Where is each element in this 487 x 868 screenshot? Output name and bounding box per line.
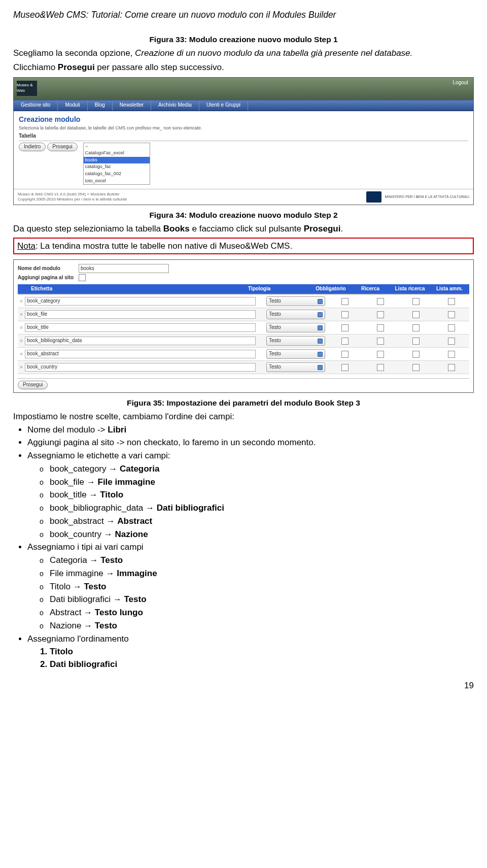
ordered-sub-list: TitoloDati bibliografici [50,646,474,670]
para-1: Scegliamo la seconda opzione, Creazione … [13,48,474,59]
tipologia-select[interactable]: Testo [266,362,325,372]
txt-italic: Creazione di un nuovo modulo da una tabe… [135,48,412,58]
ricerca-checkbox[interactable] [377,364,384,371]
ricerca-checkbox[interactable] [377,338,384,345]
nav-item[interactable]: Moduli [58,101,87,111]
lista-ricerca-checkbox[interactable] [412,311,420,318]
obbligatorio-checkbox[interactable] [341,338,349,345]
prosegui-button[interactable]: Prosegui [47,143,77,151]
figure-caption-33: Figura 33: Modulo creazione nuovo modulo… [13,35,474,45]
tipologia-select[interactable]: Testo [266,323,325,332]
dropdown-option[interactable]: CatalogoFac_excel [84,150,150,157]
sub-list-item: book_category → Categoria [40,463,474,475]
obbligatorio-checkbox[interactable] [341,324,349,331]
col-lista-amm: Lista amm. [430,284,469,294]
banner: Museo & Web Logout [14,78,473,100]
lista-amm-checkbox[interactable] [448,298,455,305]
mibac-text: MINISTERO PER I BENI E LE ATTIVITÀ CULTU… [385,195,469,198]
obbligatorio-checkbox[interactable] [341,364,349,371]
table-row: ≡book_abstractTesto [18,348,469,361]
ricerca-checkbox[interactable] [377,311,384,318]
label-nome: Nome del modulo [18,265,79,272]
prosegui-button[interactable]: Prosegui [18,381,48,389]
dropdown-option[interactable]: catalogo_fac_002 [84,171,150,178]
etichetta-input[interactable]: book_abstract [25,350,256,358]
obbligatorio-checkbox[interactable] [341,351,349,358]
obbligatorio-checkbox[interactable] [341,311,349,318]
sub-list-item: Dati bibliografici → Testo [40,594,474,605]
nav-item[interactable]: Gestione sito [14,101,58,111]
table-row: ≡book_categoryTesto [18,295,469,308]
sub-list: Categoria → TestoFile immagine → Immagin… [40,555,474,631]
lista-ricerca-checkbox[interactable] [412,351,420,358]
footer: Museo & Web CMS v1.4.0 (build 254) + Mod… [14,189,473,205]
button-row: Prosegui [18,378,469,389]
panel-title: Creazione modulo [19,115,468,124]
para-4: Impostiamo le nostre scelte, cambiamo l'… [13,411,474,422]
tipologia-select[interactable]: Testo [266,310,325,319]
page-number: 19 [13,680,474,691]
lista-ricerca-checkbox[interactable] [412,364,420,371]
etichetta-input[interactable]: book_file [25,310,256,319]
drag-handle-icon[interactable]: ≡ [18,338,25,344]
nav-item[interactable]: Blog [88,101,113,111]
lista-amm-checkbox[interactable] [448,324,455,331]
note-box: Nota: La tendina mostra tutte le tabelle… [13,238,474,255]
lista-ricerca-checkbox[interactable] [412,324,420,331]
sub-list-item: Nazione → Testo [40,620,474,631]
sub-list-item: book_title → Titolo [40,489,474,500]
row-nome: Nome del modulo books [18,264,469,273]
sub-list-item: book_abstract → Abstract [40,516,474,527]
tabella-dropdown[interactable]: -- CatalogoFac_excel books catalogo_fac … [83,143,150,185]
nav-item[interactable]: Archivio Media [151,101,199,111]
lista-ricerca-checkbox[interactable] [412,338,420,345]
screenshot-step3: Nome del modulo books Aggiungi pagina al… [13,259,474,393]
drag-handle-icon[interactable]: ≡ [18,364,25,371]
txt: Scegliamo la seconda opzione, [13,48,135,58]
ricerca-checkbox[interactable] [377,298,384,305]
drag-handle-icon[interactable]: ≡ [18,312,25,318]
sub-list: book_category → Categoriabook_file → Fil… [40,463,474,540]
page-header: Museo&Web CMS: Tutorial: Come creare un … [13,9,474,20]
etichetta-input[interactable]: book_bibliographic_data [25,337,256,345]
drag-handle-icon[interactable]: ≡ [18,298,25,305]
tipologia-select[interactable]: Testo [266,349,325,359]
tipologia-select[interactable]: Testo [266,336,325,346]
drag-handle-icon[interactable]: ≡ [18,325,25,331]
obbligatorio-checkbox[interactable] [341,298,349,305]
lista-amm-checkbox[interactable] [448,338,455,345]
drag-handle-icon[interactable]: ≡ [18,351,25,357]
txt: Nome del modulo -> [27,425,108,435]
etichetta-input[interactable]: book_country [25,363,256,372]
col-ricerca: Ricerca [351,284,390,294]
nav-item[interactable]: Utenti e Gruppi [199,101,248,111]
dropdown-option[interactable]: catalogo_fac [84,163,150,171]
tipologia-select[interactable]: Testo [266,296,325,306]
ricerca-checkbox[interactable] [377,324,384,331]
lista-amm-checkbox[interactable] [448,311,455,318]
dropdown-option[interactable]: toto_excel [84,178,150,185]
col-etichetta: Etichetta [29,284,246,294]
sub-list-item: book_file → File immagine [40,477,474,488]
table-body: ≡book_categoryTesto≡book_fileTesto≡book_… [18,295,469,374]
lista-ricerca-checkbox[interactable] [412,298,420,305]
etichetta-input[interactable]: book_category [25,297,256,306]
dropdown-option[interactable]: books [84,157,150,164]
footer-text: Museo & Web CMS v1.4.0 (build 254) + Mod… [18,192,127,202]
indietro-button[interactable]: Indietro [19,143,46,151]
etichetta-input[interactable]: book_title [25,323,256,332]
list-item: Assegniamo i tipi ai vari campi Categori… [27,542,474,631]
sub-list-item: Titolo → Testo [40,581,474,592]
txt: per passare allo step successivo. [95,62,224,72]
input-nome[interactable]: books [79,264,169,273]
lista-amm-checkbox[interactable] [448,351,455,358]
txt: Copyright 2005-2010 Ministero per i beni… [18,197,127,202]
lista-amm-checkbox[interactable] [448,364,455,371]
logout-link[interactable]: Logout [453,80,468,86]
checkbox-aggiungi[interactable] [79,274,86,281]
row-aggiungi: Aggiungi pagina al sito [18,274,469,281]
nav-item[interactable]: Newsletter [113,101,151,111]
ricerca-checkbox[interactable] [377,351,384,358]
para-2: Clicchiamo Prosegui per passare allo ste… [13,62,474,73]
txt: Da questo step selezioniamo la tabella [13,224,163,233]
